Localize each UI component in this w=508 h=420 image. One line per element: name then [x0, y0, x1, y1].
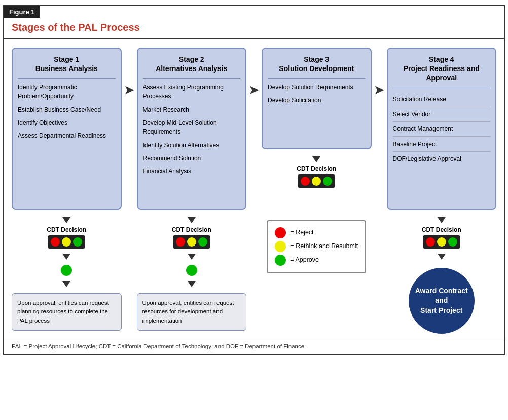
- stage3-cdt-decision: CDT Decision: [262, 153, 372, 190]
- cdt-label: CDT Decision: [172, 226, 211, 233]
- legend-green-icon: [275, 255, 286, 266]
- green-dot: [61, 265, 72, 276]
- list-item: Select Vendor: [393, 107, 491, 122]
- stage2-cdt-decision: CDT Decision Upon approval, entities can…: [137, 214, 247, 331]
- stage3-column: Stage 3 Solution Development Develop Sol…: [262, 48, 372, 273]
- list-item: Establish Business Case/Need: [18, 105, 116, 114]
- diagram-area: Stage 1 Business Analysis Identify Progr…: [4, 39, 504, 339]
- arrow-down-icon: [62, 254, 70, 260]
- legend-yellow-icon: [275, 241, 286, 252]
- list-item: Market Research: [143, 105, 241, 114]
- stage4-box: Stage 4 Project Readiness and Approval S…: [387, 48, 497, 210]
- stage1-column: Stage 1 Business Analysis Identify Progr…: [12, 48, 122, 331]
- stage3-title: Stage 3 Solution Development: [268, 55, 366, 73]
- cdt-label: CDT Decision: [422, 226, 461, 233]
- stage2-title: Stage 2 Alternatives Analysis: [143, 55, 241, 73]
- stage4-title: Stage 4 Project Readiness and Approval: [393, 55, 491, 83]
- stage3-items: Develop Solution Requirements Develop So…: [268, 83, 366, 105]
- stage1-box: Stage 1 Business Analysis Identify Progr…: [12, 48, 122, 210]
- stage4-column: Stage 4 Project Readiness and Approval S…: [387, 48, 497, 334]
- award-line2: and: [435, 296, 448, 304]
- arrow-right-3-icon: ➤: [374, 83, 385, 96]
- stage2-items: Assess Existing Programming Processes Ma…: [143, 83, 241, 176]
- stage3-name: Solution Development: [279, 64, 354, 73]
- list-item: DOF/Legislative Approval: [393, 152, 491, 166]
- legend-box: = Reject = Rethink and Resubmit = Approv…: [267, 220, 366, 273]
- arrow-down-icon: [62, 217, 70, 223]
- red-light: [426, 237, 435, 247]
- award-line3: Start Project: [420, 306, 462, 314]
- list-item: Develop Mid-Level Solution Requirements: [143, 118, 241, 136]
- figure-title: Stages of the PAL Process: [4, 18, 504, 39]
- stage3-number: Stage 3: [268, 55, 366, 64]
- stage2-box: Stage 2 Alternatives Analysis Assess Exi…: [137, 48, 247, 210]
- stage4-items: Solicitation Release Select Vendor Contr…: [393, 92, 491, 166]
- traffic-light: [173, 235, 210, 249]
- yellow-light: [437, 237, 446, 247]
- list-item: Recommend Solution: [143, 154, 241, 163]
- legend-red-icon: [275, 227, 286, 238]
- list-item: Identify Objectives: [18, 118, 116, 127]
- arrow-right-1-icon: ➤: [124, 83, 135, 96]
- yellow-light: [62, 237, 71, 247]
- list-item: Baseline Project: [393, 137, 491, 152]
- stage1-cdt-decision: CDT Decision Upon approval, entities can…: [12, 214, 122, 331]
- stage4-cdt-decision: CDT Decision Award Contract and Start Pr…: [387, 214, 497, 334]
- list-item: Financial Analysis: [143, 167, 241, 176]
- figure-header: Figure 1: [4, 6, 40, 18]
- footnote: PAL = Project Approval Lifecycle; CDT = …: [4, 339, 504, 354]
- legend-row-rethink: = Rethink and Resubmit: [275, 240, 358, 253]
- award-contract-circle: Award Contract and Start Project: [409, 268, 475, 334]
- yellow-light: [187, 237, 196, 247]
- green-light: [198, 237, 207, 247]
- list-item: Develop Solicitation: [268, 96, 366, 105]
- traffic-light: [298, 174, 335, 188]
- cdt-label: CDT Decision: [297, 165, 336, 172]
- arrow-down-icon: [188, 217, 196, 223]
- red-light: [51, 237, 60, 247]
- stages-wrapper: Stage 1 Business Analysis Identify Progr…: [12, 48, 496, 334]
- traffic-light: [423, 235, 460, 249]
- list-item: Identify Programmatic Problem/Opportunit…: [18, 83, 116, 101]
- list-item: Solicitation Release: [393, 92, 491, 107]
- stage1-approval-box: Upon approval, entities can request plan…: [12, 293, 122, 331]
- legend-reject-label: = Reject: [290, 226, 313, 239]
- green-dot: [186, 265, 197, 276]
- green-light: [323, 177, 332, 186]
- green-light: [73, 237, 82, 247]
- figure-container: Figure 1 Stages of the PAL Process Stage…: [3, 5, 505, 355]
- stage3-box: Stage 3 Solution Development Develop Sol…: [262, 48, 372, 149]
- cdt-label: CDT Decision: [47, 226, 86, 233]
- stage1-items: Identify Programmatic Problem/Opportunit…: [18, 83, 116, 141]
- arrow-down-icon: [312, 156, 320, 162]
- yellow-light: [312, 177, 321, 186]
- stage4-number: Stage 4: [393, 55, 491, 64]
- list-item: Contract Management: [393, 122, 491, 136]
- arrow-down-icon: [438, 254, 446, 260]
- stage2-number: Stage 2: [143, 55, 241, 64]
- arrow-down-icon: [188, 281, 196, 287]
- stage4-name: Project Readiness and Approval: [404, 64, 480, 82]
- arrow-down-icon: [188, 254, 196, 260]
- legend-rethink-label: = Rethink and Resubmit: [290, 240, 358, 253]
- award-line1: Award Contract: [415, 287, 468, 295]
- stage2-column: Stage 2 Alternatives Analysis Assess Exi…: [137, 48, 247, 331]
- stage1-name: Business Analysis: [35, 64, 98, 73]
- list-item: Assess Existing Programming Processes: [143, 83, 241, 101]
- legend-row-approve: = Approve: [275, 254, 358, 266]
- traffic-light: [48, 235, 85, 249]
- arrow-down-icon: [62, 281, 70, 287]
- legend-approve-label: = Approve: [290, 254, 319, 266]
- green-light: [448, 237, 457, 247]
- stage2-name: Alternatives Analysis: [156, 64, 227, 73]
- arrow-right-2-icon: ➤: [248, 83, 260, 96]
- stage2-approval-box: Upon approval, entities can request reso…: [137, 293, 247, 331]
- list-item: Develop Solution Requirements: [268, 83, 366, 92]
- list-item: Identify Solution Alternatives: [143, 141, 241, 150]
- arrow-down-icon: [438, 217, 446, 223]
- stage1-title: Stage 1 Business Analysis: [18, 55, 116, 73]
- legend-row-reject: = Reject: [275, 226, 358, 239]
- red-light: [176, 237, 185, 247]
- list-item: Assess Departmental Readiness: [18, 131, 116, 141]
- red-light: [301, 177, 310, 186]
